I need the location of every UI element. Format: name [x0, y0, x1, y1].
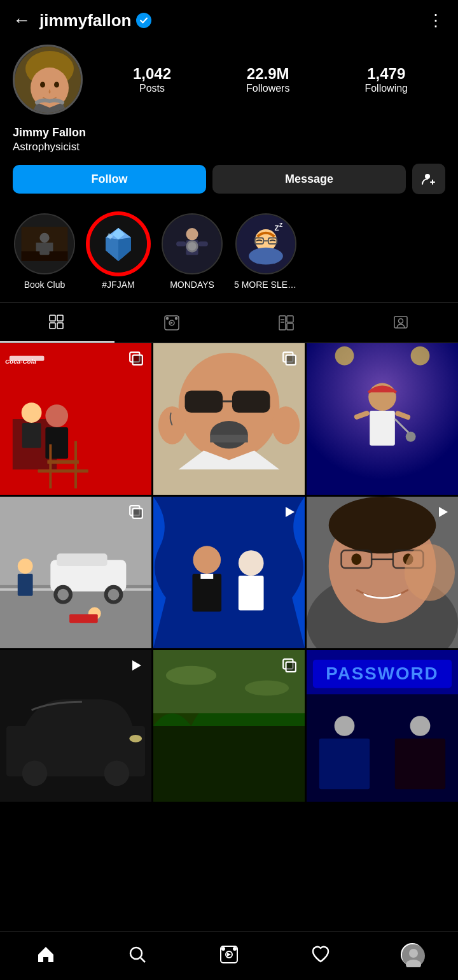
post-4-multi-icon: [127, 503, 145, 521]
highlight-jfjam[interactable]: #JFJAM: [87, 213, 150, 290]
nav-profile-avatar: [401, 943, 424, 966]
username-text: jimmyfallon: [39, 11, 131, 31]
svg-rect-110: [239, 576, 264, 611]
svg-point-116: [329, 497, 436, 553]
svg-rect-47: [287, 316, 293, 322]
tab-collection[interactable]: [229, 303, 344, 343]
highlight-circle-bookclub: [14, 213, 75, 274]
post-6[interactable]: [307, 497, 458, 648]
svg-rect-107: [192, 574, 221, 612]
post-2-multi-icon: [281, 350, 298, 367]
svg-point-133: [166, 666, 216, 685]
bio-text: Astrophysicist: [13, 141, 445, 153]
nav-heart[interactable]: [302, 942, 340, 967]
svg-text:Z: Z: [274, 224, 279, 232]
following-label: Following: [364, 83, 408, 94]
header: ← jimmyfallon ⋮: [0, 0, 458, 38]
nav-reels[interactable]: [210, 942, 248, 967]
svg-point-11: [39, 233, 49, 243]
svg-point-134: [245, 681, 289, 696]
svg-point-60: [45, 404, 68, 427]
svg-rect-93: [57, 553, 107, 566]
tab-reels[interactable]: [114, 303, 229, 343]
svg-point-109: [239, 550, 264, 576]
post-1[interactable]: Coca-Cola: [0, 343, 151, 495]
svg-rect-48: [287, 323, 293, 330]
svg-point-151: [233, 948, 236, 950]
verified-badge: [136, 13, 151, 28]
svg-rect-38: [57, 315, 63, 321]
followers-stat[interactable]: 22.9M Followers: [246, 65, 289, 94]
post-9[interactable]: PASSWORD: [307, 650, 458, 802]
svg-rect-101: [69, 614, 98, 623]
highlight-label-mondays: MONDAYS: [170, 280, 214, 290]
nav-profile[interactable]: [393, 942, 431, 967]
svg-point-128: [129, 735, 142, 742]
highlights-row: Book Club #JFJAM: [0, 207, 458, 302]
post-5[interactable]: [153, 497, 305, 648]
nav-search[interactable]: [118, 942, 156, 967]
svg-point-28: [188, 242, 196, 250]
svg-rect-143: [395, 739, 445, 789]
highlight-label-sleep: 5 MORE SLEE...: [234, 280, 298, 290]
svg-rect-108: [200, 574, 213, 579]
highlight-label-bookclub: Book Club: [24, 280, 66, 290]
highlight-bookclub[interactable]: Book Club: [13, 213, 76, 290]
highlight-label-jfjam: #JFJAM: [102, 280, 134, 290]
svg-point-77: [272, 406, 300, 444]
svg-point-44: [176, 318, 177, 320]
display-name: Jimmy Fallon: [13, 126, 445, 139]
following-stat[interactable]: 1,479 Following: [364, 65, 408, 94]
svg-point-150: [222, 948, 225, 950]
svg-rect-84: [370, 411, 395, 446]
svg-rect-136: [286, 662, 296, 672]
post-8-multi-icon: [281, 657, 298, 674]
svg-point-146: [130, 948, 142, 959]
avatar[interactable]: [13, 45, 83, 115]
svg-rect-12: [39, 243, 49, 255]
svg-rect-103: [133, 509, 142, 518]
post-3[interactable]: [307, 343, 458, 495]
svg-point-106: [193, 546, 221, 574]
tab-tagged[interactable]: [344, 303, 458, 343]
posts-stat[interactable]: 1,042 Posts: [133, 65, 171, 94]
highlight-mondays[interactable]: MONDAYS: [160, 213, 224, 290]
svg-point-74: [210, 421, 248, 449]
highlight-circle-mondays: [162, 213, 223, 274]
back-button[interactable]: ←: [13, 10, 31, 31]
svg-rect-131: [153, 726, 305, 802]
svg-point-43: [167, 318, 169, 320]
svg-point-3: [40, 82, 45, 88]
stats-row: 1,042 Posts 22.9M Followers 1,479 Follow…: [95, 65, 445, 94]
svg-point-34: [249, 248, 283, 265]
svg-marker-111: [286, 507, 295, 517]
svg-rect-26: [198, 241, 208, 246]
svg-point-95: [57, 589, 69, 600]
svg-rect-67: [133, 355, 142, 365]
more-options-button[interactable]: ⋮: [427, 11, 445, 31]
svg-point-81: [335, 346, 354, 366]
svg-rect-71: [185, 390, 223, 413]
add-friend-button[interactable]: [412, 164, 445, 194]
svg-rect-40: [57, 323, 63, 329]
svg-rect-37: [50, 315, 55, 321]
post-7[interactable]: [0, 650, 151, 802]
follow-button[interactable]: Follow: [13, 165, 206, 194]
svg-rect-61: [45, 427, 68, 459]
svg-rect-25: [176, 241, 186, 246]
highlight-sleep[interactable]: Z Z 5 MORE SLEE...: [234, 213, 298, 290]
post-2[interactable]: [153, 343, 305, 495]
svg-rect-46: [279, 316, 286, 330]
svg-rect-64: [47, 460, 79, 464]
svg-point-52: [399, 319, 403, 323]
nav-home[interactable]: [27, 942, 65, 967]
post-4[interactable]: [0, 497, 151, 648]
svg-point-126: [22, 761, 48, 786]
post-7-reels-icon: [127, 657, 145, 674]
svg-point-76: [158, 406, 186, 444]
message-button[interactable]: Message: [212, 165, 406, 194]
bio-section: Jimmy Fallon Astrophysicist: [0, 124, 458, 164]
tab-grid[interactable]: [0, 303, 114, 343]
post-8[interactable]: [153, 650, 305, 802]
svg-marker-152: [227, 953, 231, 956]
